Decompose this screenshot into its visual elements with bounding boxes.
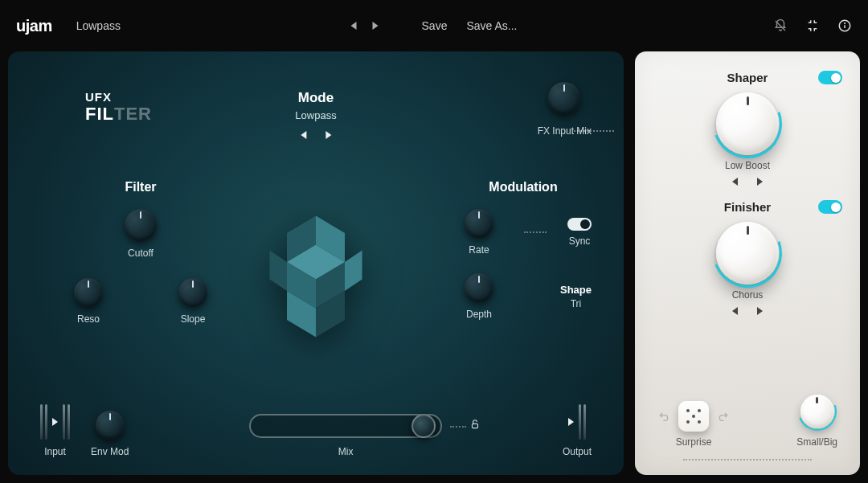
smallbig-knob[interactable]	[800, 395, 834, 428]
output-label: Output	[563, 446, 592, 457]
preset-name[interactable]: Lowpass	[76, 19, 121, 32]
preset-nav	[351, 22, 379, 30]
svg-marker-12	[345, 251, 362, 291]
mode-next-icon[interactable]	[326, 131, 331, 139]
save-button[interactable]: Save	[422, 19, 448, 32]
input-level-bars[interactable]	[40, 404, 47, 440]
save-as-button[interactable]: Save As...	[466, 19, 517, 32]
env-mod-label: Env Mod	[91, 446, 129, 457]
side-bottom-row: Surprise Small/Big	[653, 390, 842, 452]
surprise-label: Surprise	[676, 436, 712, 448]
mode-prev-icon[interactable]	[301, 131, 306, 139]
sync-toggle[interactable]	[567, 218, 592, 231]
finisher-toggle[interactable]	[818, 200, 842, 214]
topbar: ujam Lowpass Save Save As...	[0, 0, 868, 51]
reso-label: Reso	[77, 313, 100, 325]
modulation-title: Modulation	[455, 180, 592, 194]
fx-input-section: FX Input Mix	[538, 82, 592, 137]
output-meter: Output	[563, 404, 592, 457]
shaper-prev-icon[interactable]	[732, 178, 738, 186]
depth-label: Depth	[466, 309, 492, 320]
redo-icon[interactable]	[717, 410, 730, 423]
cutoff-label: Cutoff	[128, 248, 154, 259]
play-icon[interactable]	[568, 418, 574, 426]
brand-logo: ujam	[16, 17, 52, 35]
center-geometry-visual	[235, 196, 396, 357]
slope-knob[interactable]	[178, 278, 207, 307]
svg-marker-11	[269, 251, 287, 291]
filter-section: Filter Cutoff Reso Slope	[64, 180, 217, 325]
product-logo: UFX FILTER	[85, 90, 152, 125]
logo-prefix: UFX	[85, 90, 152, 104]
info-icon[interactable]	[837, 18, 852, 33]
surprise-dice-button[interactable]	[678, 401, 709, 432]
mode-title: Mode	[295, 90, 336, 106]
dice-icon	[686, 409, 702, 424]
shape-value[interactable]: Tri	[571, 298, 582, 309]
mode-section: Mode Lowpass	[295, 90, 336, 139]
reso-knob[interactable]	[74, 278, 103, 307]
sync-label: Sync	[569, 235, 591, 247]
depth-knob[interactable]	[465, 273, 493, 302]
filter-panel: UFX FILTER Mode Lowpass FX Input Mix Fil…	[8, 51, 624, 475]
mix-slider-thumb[interactable]	[411, 414, 436, 438]
undo-icon[interactable]	[657, 410, 670, 423]
shaper-section: Shaper Low Boost	[653, 71, 842, 186]
top-right-controls	[773, 18, 852, 33]
rate-knob[interactable]	[465, 209, 493, 238]
preset-next-icon[interactable]	[373, 22, 379, 30]
connector-dots	[524, 231, 547, 233]
finisher-value[interactable]: Chorus	[653, 289, 842, 301]
finisher-section: Finisher Chorus	[653, 200, 842, 315]
shape-title: Shape	[560, 284, 592, 296]
svg-point-3	[845, 23, 845, 24]
env-mod-knob[interactable]	[96, 411, 125, 440]
fx-input-mix-knob[interactable]	[548, 82, 580, 114]
output-level-bars[interactable]	[579, 404, 586, 440]
shaper-next-icon[interactable]	[757, 178, 763, 186]
mix-block: Mix	[153, 414, 538, 457]
bottom-row: Input Env Mod	[40, 404, 592, 457]
input-label: Input	[44, 446, 66, 457]
play-icon[interactable]	[52, 418, 58, 426]
input-meter: Input	[40, 404, 70, 457]
svg-rect-13	[473, 424, 478, 428]
bell-off-icon[interactable]	[773, 18, 788, 33]
finisher-next-icon[interactable]	[757, 307, 763, 315]
input-level-bars-2[interactable]	[63, 404, 70, 440]
shaper-value[interactable]: Low Boost	[653, 160, 842, 171]
mode-value[interactable]: Lowpass	[295, 109, 336, 121]
finisher-prev-icon[interactable]	[732, 307, 738, 315]
mix-label: Mix	[338, 446, 354, 457]
modulation-section: Modulation Rate Sync Depth	[455, 180, 592, 320]
finisher-knob[interactable]	[716, 222, 779, 284]
smallbig-label: Small/Big	[796, 436, 837, 448]
preset-prev-icon[interactable]	[351, 22, 357, 30]
mode-nav	[295, 131, 336, 139]
app-root: ujam Lowpass Save Save As...	[0, 0, 868, 483]
cutoff-knob[interactable]	[125, 209, 157, 241]
slope-label: Slope	[181, 313, 206, 325]
finisher-title: Finisher	[724, 200, 771, 214]
side-panel: Shaper Low Boost Finisher Chorus	[635, 51, 860, 475]
rate-label: Rate	[469, 244, 489, 256]
connector-dots	[574, 130, 614, 132]
shaper-knob[interactable]	[716, 92, 779, 155]
logo-name: FILTER	[85, 104, 152, 125]
collapse-icon[interactable]	[805, 18, 820, 33]
mix-slider[interactable]	[249, 414, 442, 438]
top-center-controls: Save Save As...	[351, 19, 518, 32]
connector-dots	[450, 426, 466, 428]
main-area: UFX FILTER Mode Lowpass FX Input Mix Fil…	[0, 51, 868, 483]
filter-title: Filter	[64, 180, 217, 194]
bottom-dotted-line	[683, 459, 812, 460]
unlock-icon[interactable]	[469, 419, 481, 430]
shaper-title: Shaper	[727, 71, 768, 84]
shaper-toggle[interactable]	[818, 71, 842, 84]
